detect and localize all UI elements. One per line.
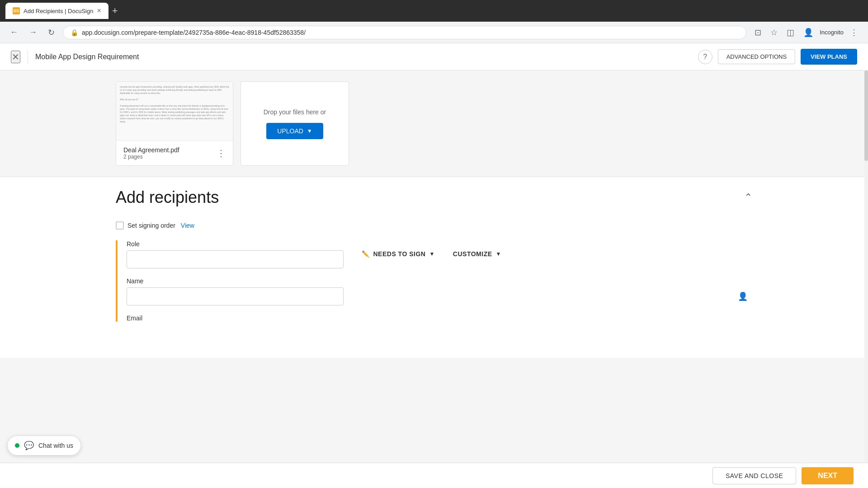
document-info: Deal Agreement.pdf 2 pages ⋮	[116, 141, 233, 165]
customize-dropdown-arrow: ▼	[496, 251, 501, 257]
name-input[interactable]	[127, 287, 344, 305]
upload-label: UPLOAD	[277, 127, 303, 135]
browser-tab[interactable]: DS Add Recipients | DocuSign ×	[5, 3, 108, 19]
document-menu-button[interactable]: ⋮	[217, 148, 226, 159]
tab-title: Add Recipients | DocuSign	[24, 8, 93, 14]
menu-button[interactable]: ⋮	[847, 25, 861, 40]
collapse-button[interactable]: ⌃	[744, 192, 752, 203]
footer: SAVE AND CLOSE NEXT	[0, 463, 868, 488]
profile-label: Incognito	[820, 29, 844, 36]
needs-to-sign-button[interactable]: ✏️ NEEDS TO SIGN ▼	[362, 250, 435, 258]
next-button[interactable]: NEXT	[802, 467, 854, 484]
section-title: Add recipients	[116, 188, 219, 207]
needs-to-sign-label: NEEDS TO SIGN	[373, 250, 426, 258]
document-pages: 2 pages	[123, 154, 179, 160]
drop-text: Drop your files here or	[264, 108, 326, 116]
scroll-thumb[interactable]	[864, 70, 868, 161]
signing-order-label: Set signing order	[127, 222, 175, 229]
recipient-form: Role ✏️ NEEDS TO SIGN ▼ CUSTOMIZE ▼	[116, 240, 752, 322]
docusign-favicon: DS	[13, 7, 20, 14]
document-details: Deal Agreement.pdf 2 pages	[123, 146, 179, 160]
upload-section: recently but the app Introduction provid…	[0, 70, 868, 177]
advanced-options-button[interactable]: ADVANCED OPTIONS	[718, 49, 795, 64]
save-close-button[interactable]: SAVE AND CLOSE	[712, 467, 796, 484]
extensions-button[interactable]: ◫	[784, 25, 797, 40]
email-label: Email	[127, 314, 752, 322]
header-right: ? ADVANCED OPTIONS VIEW PLANS	[698, 49, 857, 65]
role-input[interactable]	[127, 250, 344, 268]
app-header: ✕ Mobile App Design Requirement ? ADVANC…	[0, 43, 868, 70]
header-divider	[28, 50, 28, 64]
name-input-container: 👤	[127, 287, 752, 305]
role-row: Role ✏️ NEEDS TO SIGN ▼ CUSTOMIZE ▼	[127, 240, 752, 268]
signing-order-checkbox[interactable]	[116, 221, 124, 230]
url-text: app.docusign.com/prepare-template/249273…	[82, 29, 306, 36]
upload-button[interactable]: UPLOAD ▼	[266, 123, 323, 139]
document-name: Deal Agreement.pdf	[123, 146, 179, 154]
section-header: Add recipients ⌃	[116, 188, 752, 207]
toolbar-icons: ⊡ ☆ ◫ 👤 Incognito ⋮	[752, 25, 861, 40]
browser-toolbar: ← → ↻ 🔒 app.docusign.com/prepare-templat…	[0, 22, 868, 43]
profile-button[interactable]: 👤	[801, 25, 816, 40]
document-preview: recently but the app Introduction provid…	[116, 82, 233, 141]
needs-to-sign-dropdown-arrow: ▼	[429, 251, 434, 257]
back-button[interactable]: ←	[7, 25, 21, 40]
customize-button[interactable]: CUSTOMIZE ▼	[453, 250, 501, 258]
new-tab-button[interactable]: +	[112, 5, 118, 17]
signing-order-row: Set signing order View	[116, 221, 752, 230]
browser-chrome: DS Add Recipients | DocuSign × +	[0, 0, 868, 22]
document-title: Mobile App Design Requirement	[35, 53, 139, 61]
bookmark-button[interactable]: ☆	[768, 25, 780, 40]
document-card: recently but the app Introduction provid…	[116, 81, 233, 166]
name-group: Name 👤	[127, 277, 752, 305]
help-button[interactable]: ?	[698, 50, 712, 64]
contact-icon: 👤	[738, 291, 748, 301]
signing-order-checkbox-label[interactable]: Set signing order	[116, 221, 175, 230]
forward-button[interactable]: →	[26, 25, 40, 40]
chat-button[interactable]: 💬 Chat with us	[7, 436, 81, 455]
chat-label: Chat with us	[38, 442, 73, 449]
email-group: Email	[127, 314, 752, 322]
preview-text: recently but the app Introduction provid…	[120, 85, 229, 123]
upload-dropdown-arrow: ▼	[307, 128, 312, 134]
tab-close-button[interactable]: ×	[97, 7, 101, 15]
role-label: Role	[127, 240, 344, 248]
view-link[interactable]: View	[181, 222, 194, 229]
chat-online-indicator	[15, 443, 19, 448]
address-bar[interactable]: 🔒 app.docusign.com/prepare-template/2492…	[63, 26, 746, 39]
close-button[interactable]: ✕	[11, 51, 20, 63]
main-content: recently but the app Introduction provid…	[0, 70, 868, 463]
view-plans-button[interactable]: VIEW PLANS	[801, 49, 857, 65]
customize-label: CUSTOMIZE	[453, 250, 492, 258]
cast-button[interactable]: ⊡	[752, 25, 764, 40]
refresh-button[interactable]: ↻	[45, 25, 57, 40]
pencil-icon: ✏️	[362, 250, 370, 258]
chat-bubble-icon: 💬	[24, 441, 34, 450]
role-group: Role	[127, 240, 344, 268]
scrollbar[interactable]	[864, 70, 868, 463]
lock-icon: 🔒	[71, 29, 78, 36]
upload-card: Drop your files here or UPLOAD ▼	[241, 81, 349, 166]
name-label: Name	[127, 277, 752, 285]
recipients-section: Add recipients ⌃ Set signing order View …	[0, 177, 868, 358]
